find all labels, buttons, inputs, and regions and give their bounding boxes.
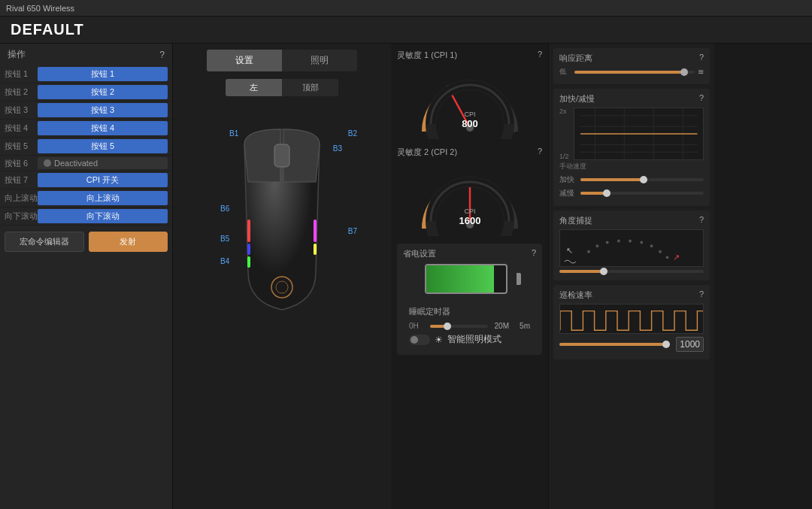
accel-chart-container: 2x 1/2	[559, 108, 704, 160]
cpi1-help[interactable]: ?	[538, 50, 542, 61]
main-tab-bar: 设置 照明	[207, 50, 357, 71]
tab-lighting[interactable]: 照明	[282, 50, 357, 71]
svg-point-37	[650, 244, 653, 247]
sun-icon: ☀	[435, 335, 443, 345]
btn-value-3[interactable]: 按钮 3	[38, 103, 168, 117]
ripple-chart	[559, 304, 704, 334]
b7-label[interactable]: B7	[348, 227, 357, 235]
accel-slider-row: 加快	[559, 174, 704, 185]
deactivated-text: Deactivated	[54, 159, 98, 168]
btn-value-5[interactable]: 按钮 5	[38, 139, 168, 153]
ripple-help[interactable]: ?	[699, 289, 704, 301]
title-text: Rival 650 Wireless	[6, 4, 74, 13]
cpi-panel: 灵敏度 1 (CPI 1) ?	[391, 44, 549, 509]
sleep-slider-row: 0H 20M 5m	[409, 322, 530, 330]
decel-slider-row: 减慢	[559, 188, 704, 198]
button-row-6: 按钮 6 Deactivated	[0, 156, 172, 171]
tab-left[interactable]: 左	[226, 79, 282, 96]
b5-label[interactable]: B5	[220, 235, 229, 243]
button-row-2: 按钮 2 按钮 2	[0, 83, 172, 101]
battery-display	[403, 264, 536, 297]
response-slider-row: 低 ≋	[559, 67, 704, 77]
smart-lighting-label: 智能照明模式	[447, 333, 501, 346]
button-row-7: 按钮 7 CPI 开关	[0, 171, 172, 189]
svg-point-38	[659, 250, 662, 253]
b6-label[interactable]: B6	[220, 205, 229, 213]
help-icon[interactable]: ?	[159, 50, 165, 60]
sleep-max-label: 20M	[491, 322, 509, 330]
power-title: 省电设置 ?	[403, 248, 536, 259]
svg-rect-1	[247, 220, 250, 242]
response-help[interactable]: ?	[699, 53, 704, 64]
lr-tab-bar: 左 顶部	[226, 79, 338, 96]
cpi1-title: 灵敏度 1 (CPI 1) ?	[397, 50, 542, 61]
svg-rect-3	[247, 256, 250, 268]
angle-slider-row	[559, 270, 704, 273]
power-help[interactable]: ?	[532, 248, 536, 259]
smart-lighting-toggle[interactable]	[409, 335, 430, 345]
tab-settings[interactable]: 设置	[207, 50, 282, 71]
middle-panel: 设置 照明 左 顶部 B1 B2 B3 B4 B5 B6 B7	[173, 44, 391, 509]
svg-point-34	[617, 240, 620, 243]
accel-title: 加快/减慢 ?	[559, 93, 704, 105]
angle-slider[interactable]	[559, 270, 704, 273]
ripple-value-display: 1000	[676, 337, 704, 352]
response-high-icon: ≋	[698, 68, 704, 76]
sleep-slider[interactable]	[430, 325, 488, 328]
section-label: 操作	[8, 48, 26, 61]
btn-value-7[interactable]: CPI 开关	[38, 173, 168, 187]
btn-value-2[interactable]: 按钮 2	[38, 85, 168, 99]
cpi2-gauge[interactable]: CPI 1600	[410, 161, 530, 236]
btn-value-1[interactable]: 按钮 1	[38, 67, 168, 81]
decel-label: 减慢	[559, 188, 577, 198]
b4-label[interactable]: B4	[220, 257, 229, 265]
svg-text:800: 800	[462, 118, 478, 129]
svg-point-32	[596, 244, 599, 247]
button-row-4: 按钮 4 按钮 4	[0, 120, 172, 138]
titlebar: Rival 650 Wireless	[0, 0, 812, 17]
accel-chart[interactable]: 速度	[574, 108, 704, 160]
angle-chart[interactable]: ↖ ↗	[559, 229, 704, 267]
angle-block: 角度捕捉 ? ↖	[553, 211, 710, 280]
sleep-section: 睡眠定时器 0H 20M 5m ☀ 智能照明模式	[403, 301, 536, 350]
accel-help[interactable]: ?	[699, 93, 704, 105]
svg-text:↖: ↖	[566, 246, 573, 255]
b2-label[interactable]: B2	[348, 129, 357, 138]
deactivated-icon	[44, 159, 51, 167]
btn-value-4[interactable]: 按钮 4	[38, 121, 168, 135]
bottom-buttons: 宏命令编辑器 发射	[0, 226, 172, 258]
far-right-panel: 响应距离 ? 低 ≋ 加快/减慢 ? 2x 1/2	[549, 44, 714, 509]
ripple-slider-row: 1000	[559, 337, 704, 352]
decel-slider[interactable]	[580, 192, 704, 195]
svg-point-36	[640, 241, 643, 244]
svg-rect-5	[314, 244, 317, 255]
btn-label-6: 按钮 6	[5, 158, 38, 169]
fire-button[interactable]: 发射	[89, 232, 168, 252]
button-row-5: 按钮 5 按钮 5	[0, 138, 172, 156]
macro-editor-button[interactable]: 宏命令编辑器	[5, 232, 84, 252]
tab-top[interactable]: 顶部	[282, 79, 338, 96]
btn-value-up[interactable]: 向上滚动	[38, 191, 168, 205]
mouse-diagram: B1 B2 B3 B4 B5 B6 B7	[199, 107, 365, 347]
accel-high-label: 2x	[559, 108, 569, 115]
btn-label-2: 按钮 2	[5, 86, 38, 98]
accel-slider[interactable]	[580, 178, 704, 181]
btn-label-down: 向下滚动	[5, 211, 38, 222]
ripple-slider[interactable]	[559, 343, 670, 346]
sleep-val: 5m	[512, 322, 530, 330]
ripple-block: 巡检速率 ? 1000	[553, 285, 710, 359]
cpi1-gauge[interactable]: CPI 800	[410, 64, 530, 139]
button-row-3: 按钮 3 按钮 3	[0, 101, 172, 120]
response-title: 响应距离 ?	[559, 53, 704, 64]
svg-point-31	[587, 250, 590, 253]
svg-rect-4	[314, 220, 317, 242]
accel-y-labels: 2x 1/2	[559, 108, 571, 160]
section-header: 操作 ?	[0, 44, 172, 65]
btn-value-down[interactable]: 向下滚动	[38, 209, 168, 223]
btn-value-6[interactable]: Deactivated	[38, 157, 168, 169]
angle-help[interactable]: ?	[699, 215, 704, 226]
cpi2-title: 灵敏度 2 (CPI 2) ?	[397, 147, 542, 158]
response-slider[interactable]	[574, 71, 695, 74]
cpi2-help[interactable]: ?	[538, 147, 542, 158]
accel-block: 加快/减慢 ? 2x 1/2	[553, 89, 710, 206]
